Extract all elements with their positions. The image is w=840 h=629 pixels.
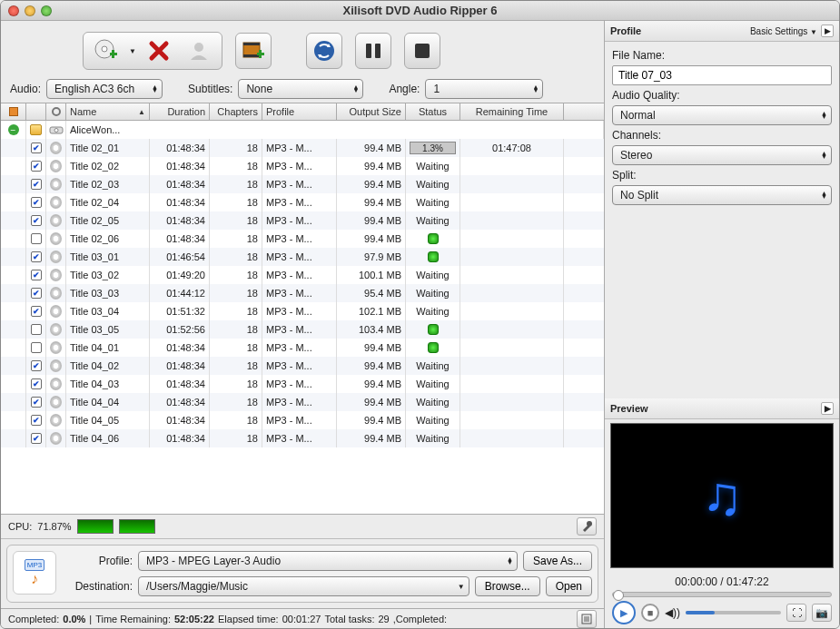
table-row[interactable]: Title 03_0401:51:3218MP3 - M...102.1 MBW… — [1, 302, 604, 320]
row-checkbox[interactable] — [31, 288, 42, 299]
table-row[interactable]: Title 03_0101:46:5418MP3 - M...97.9 MB — [1, 248, 604, 266]
table-row[interactable]: Title 04_0301:48:3418MP3 - M...99.4 MBWa… — [1, 375, 604, 393]
cell-name: Title 04_01 — [66, 339, 150, 357]
row-checkbox[interactable] — [31, 143, 42, 153]
seek-slider[interactable] — [612, 592, 832, 597]
audio-select[interactable]: English AC3 6ch ▲▼ — [46, 79, 163, 99]
audio-label: Audio: — [10, 83, 41, 95]
channels-select[interactable]: Stereo▲▼ — [612, 145, 832, 165]
cell-name: Title 03_05 — [66, 320, 150, 339]
row-checkbox[interactable] — [31, 215, 42, 226]
pause-convert-button[interactable] — [355, 33, 391, 69]
row-checkbox[interactable] — [31, 306, 42, 317]
table-row[interactable]: Title 02_0601:48:3418MP3 - M...99.4 MB — [1, 230, 604, 248]
table-row[interactable]: Title 04_0601:48:3418MP3 - M...99.4 MBWa… — [1, 429, 604, 447]
table-row[interactable]: Title 02_0201:48:3418MP3 - M...99.4 MBWa… — [1, 157, 604, 175]
row-checkbox[interactable] — [31, 415, 42, 426]
col-remaining[interactable]: Remaining Time — [460, 103, 564, 120]
close-window-button[interactable] — [8, 5, 19, 16]
collapse-preview-button[interactable]: ▶ — [821, 402, 834, 415]
status-text: Waiting — [416, 306, 449, 317]
row-checkbox[interactable] — [31, 360, 42, 371]
disc-icon — [50, 287, 62, 300]
table-row[interactable]: Title 02_0401:48:3418MP3 - M...99.4 MBWa… — [1, 193, 604, 211]
subtitles-select[interactable]: None ▲▼ — [238, 79, 363, 99]
browse-button[interactable]: Browse... — [475, 576, 540, 596]
save-as-button[interactable]: Save As... — [523, 551, 592, 571]
row-checkbox[interactable] — [31, 270, 42, 280]
col-output-size[interactable]: Output Size — [337, 103, 406, 120]
svg-rect-12 — [375, 44, 380, 58]
row-checkbox[interactable] — [31, 433, 42, 444]
col-expand[interactable] — [26, 103, 46, 120]
zoom-window-button[interactable] — [41, 5, 52, 16]
table-row[interactable]: Title 02_0101:48:3418MP3 - M...99.4 MB1.… — [1, 139, 604, 157]
row-checkbox[interactable] — [31, 342, 42, 353]
settings-button[interactable] — [577, 517, 597, 536]
snapshot-button[interactable]: 📷 — [812, 604, 832, 622]
add-disc-button[interactable] — [89, 35, 124, 66]
cell-remaining — [460, 302, 564, 320]
remove-button[interactable] — [142, 35, 176, 66]
table-row[interactable]: Title 02_0301:48:3418MP3 - M...99.4 MBWa… — [1, 175, 604, 193]
play-button[interactable]: ▶ — [612, 601, 636, 624]
stop-convert-button[interactable] — [404, 33, 440, 69]
split-select[interactable]: No Split▲▼ — [612, 185, 832, 205]
table-body[interactable]: −AliceWon...Title 02_0101:48:3418MP3 - M… — [1, 121, 604, 514]
cell-remaining — [460, 193, 564, 211]
table-row[interactable]: Title 03_0301:44:1218MP3 - M...95.4 MBWa… — [1, 284, 604, 302]
row-checkbox[interactable] — [31, 251, 42, 262]
table-row[interactable]: Title 04_0401:48:3418MP3 - M...99.4 MBWa… — [1, 393, 604, 411]
table-row[interactable]: Title 04_0501:48:3418MP3 - M...99.4 MBWa… — [1, 411, 604, 429]
settings-dropdown[interactable]: Basic Settings ▼ — [750, 26, 817, 36]
col-duration[interactable]: Duration — [150, 103, 210, 120]
cell-output: 99.4 MB — [337, 411, 406, 429]
col-disc-icon[interactable] — [46, 103, 66, 120]
audio-quality-select[interactable]: Normal▲▼ — [612, 105, 832, 125]
stop-preview-button[interactable]: ■ — [641, 604, 659, 622]
row-checkbox[interactable] — [31, 397, 42, 408]
row-checkbox[interactable] — [31, 378, 42, 389]
col-chapters[interactable]: Chapters — [210, 103, 262, 120]
volume-icon[interactable]: ◀)) — [665, 606, 680, 619]
cell-name: Title 02_04 — [66, 193, 150, 211]
add-clip-button[interactable] — [235, 33, 272, 69]
row-checkbox[interactable] — [31, 161, 42, 172]
start-convert-button[interactable] — [306, 33, 342, 69]
cell-chapters: 18 — [210, 411, 262, 429]
user-button[interactable] — [182, 35, 216, 66]
table-row[interactable]: Title 03_0501:52:5618MP3 - M...103.4 MB — [1, 320, 604, 339]
col-select-all[interactable] — [1, 103, 26, 120]
log-button[interactable] — [577, 610, 597, 628]
collapse-icon[interactable]: − — [8, 124, 19, 135]
table-root-row[interactable]: −AliceWon... — [1, 121, 604, 139]
table-row[interactable]: Title 04_0101:48:3418MP3 - M...99.4 MB — [1, 339, 604, 357]
output-profile-select[interactable]: MP3 - MPEG Layer-3 Audio ▲▼ — [138, 551, 518, 571]
angle-select[interactable]: 1 ▲▼ — [425, 79, 543, 99]
cell-profile: MP3 - M... — [262, 429, 337, 447]
dropdown-caret-icon[interactable]: ▼ — [129, 47, 136, 55]
file-name-input[interactable] — [612, 65, 832, 85]
destination-select[interactable]: /Users/Maggie/Music ▼ — [138, 576, 469, 596]
col-status[interactable]: Status — [406, 103, 460, 120]
row-checkbox[interactable] — [31, 324, 42, 335]
table-row[interactable]: Title 02_0501:48:3418MP3 - M...99.4 MBWa… — [1, 211, 604, 230]
cell-remaining — [460, 357, 564, 375]
row-checkbox[interactable] — [31, 197, 42, 208]
cell-profile: MP3 - M... — [262, 357, 337, 375]
col-name[interactable]: Name▲ — [66, 103, 150, 120]
fullscreen-button[interactable]: ⛶ — [786, 604, 806, 622]
col-profile[interactable]: Profile — [262, 103, 337, 120]
collapse-profile-button[interactable]: ▶ — [821, 25, 834, 37]
table-row[interactable]: Title 03_0201:49:2018MP3 - M...100.1 MBW… — [1, 266, 604, 284]
split-label: Split: — [612, 169, 832, 182]
table-row[interactable]: Title 04_0201:48:3418MP3 - M...99.4 MBWa… — [1, 357, 604, 375]
cpu-value: 71.87% — [37, 521, 71, 532]
minimize-window-button[interactable] — [25, 5, 35, 16]
volume-slider[interactable] — [686, 611, 781, 614]
status-text: Waiting — [416, 397, 449, 408]
cell-duration: 01:48:34 — [150, 393, 210, 411]
row-checkbox[interactable] — [31, 233, 42, 244]
open-button[interactable]: Open — [546, 576, 592, 596]
row-checkbox[interactable] — [31, 179, 42, 190]
